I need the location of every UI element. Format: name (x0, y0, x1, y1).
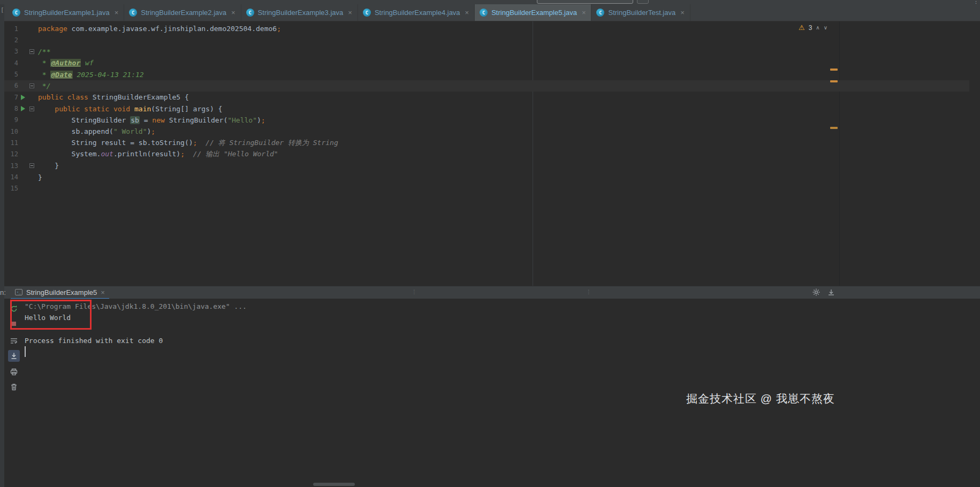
code-line: 15 (4, 183, 969, 194)
line-number: 12 (4, 150, 18, 158)
code-text: */ (35, 82, 50, 90)
horizontal-scrollbar-thumb[interactable] (313, 483, 355, 486)
java-class-icon: C (246, 9, 254, 17)
editor-tab[interactable]: CStringBuilderExample2.java× (124, 4, 241, 21)
tab-close-icon[interactable]: × (464, 9, 469, 16)
scroll-to-end-icon[interactable] (8, 350, 20, 362)
run-tab-close-icon[interactable]: × (101, 288, 105, 296)
code-text: package com.example.javase.wf.jinshiplan… (35, 25, 281, 33)
run-tab[interactable]: ›_ StringBuilderExample5 × (11, 286, 109, 299)
gutter-run-column (18, 106, 28, 111)
run-line-icon[interactable] (21, 106, 25, 111)
inspections-widget[interactable]: ⚠ 3 ∧ ∨ (799, 24, 827, 32)
tab-close-icon[interactable]: × (230, 9, 235, 16)
error-stripe-mark[interactable] (830, 69, 838, 71)
editor-tab[interactable]: CStringBuilderTest.java× (591, 4, 690, 21)
annotation-red-box (10, 300, 92, 330)
code-token: // 输出 "Hello World" (185, 150, 278, 158)
clear-all-icon[interactable] (8, 381, 20, 393)
code-token: " World" (113, 127, 147, 135)
code-token: com.example.javase.wf.jinshiplan.demo202… (67, 25, 277, 33)
watermark-text: 掘金技术社区 @ 我崽不熬夜 (686, 391, 835, 406)
fold-marker-icon[interactable] (29, 106, 34, 111)
tab-label: StringBuilderExample2.java (141, 9, 226, 17)
toolbar-button-partial[interactable] (637, 0, 649, 4)
editor-tab[interactable]: CStringBuilderExample4.java× (358, 4, 475, 21)
code-token: StringBuilderExample5 { (88, 93, 189, 101)
code-token: System. (38, 150, 101, 158)
warning-icon[interactable]: ⚠ (799, 24, 805, 32)
line-number: 15 (4, 185, 18, 192)
editor-tab[interactable]: CStringBuilderExample3.java× (241, 4, 358, 21)
run-config-dropdown-partial[interactable] (537, 0, 633, 4)
code-text: } (35, 162, 59, 170)
tool-stripe-glyph: [ (1, 6, 4, 13)
gutter-fold-column (28, 83, 35, 88)
code-line: 2 (4, 34, 969, 45)
console-line (25, 324, 975, 335)
java-class-icon: C (596, 9, 604, 17)
code-token: } (38, 173, 42, 181)
print-icon[interactable] (8, 366, 20, 378)
chevron-up-icon[interactable]: ∧ (816, 25, 819, 31)
code-token: (String[] args) { (151, 105, 222, 113)
tab-close-icon[interactable]: × (113, 9, 119, 16)
line-number: 13 (4, 162, 18, 170)
line-number: 2 (4, 36, 18, 44)
code-line: 11 String result = sb.toString(); // 将 S… (4, 137, 969, 148)
fold-marker-icon[interactable] (29, 83, 34, 88)
header-drag-handle[interactable]: ⁞ (588, 288, 589, 296)
code-line: 4 * @Author wf (4, 57, 969, 69)
code-token: */ (38, 82, 50, 90)
error-stripe-mark[interactable] (830, 127, 838, 129)
code-text: } (35, 173, 42, 181)
console-line: Process finished with exit code 0 (25, 335, 975, 346)
fold-marker-icon[interactable] (29, 163, 34, 168)
code-token: * (38, 59, 50, 67)
line-number: 7 (4, 94, 18, 101)
code-token: ) (257, 116, 261, 124)
editor[interactable]: 1package com.example.javase.wf.jinshipla… (4, 21, 980, 286)
code-text: sb.append(" World"); (35, 127, 155, 135)
line-number: 11 (4, 139, 18, 147)
error-stripe-mark[interactable] (830, 80, 838, 82)
code-line: 13 } (4, 160, 969, 171)
line-number: 14 (4, 173, 18, 181)
settings-gear-icon[interactable] (811, 287, 821, 297)
header-drag-handle[interactable]: ⁞ (413, 288, 414, 296)
code-line: 7public class StringBuilderExample5 { (4, 92, 969, 103)
code-token: } (38, 162, 59, 170)
code-line: 6 */ (4, 80, 969, 92)
tab-close-icon[interactable]: × (347, 9, 352, 16)
code-token: * (38, 71, 50, 79)
code-token: = (140, 116, 152, 124)
code-token: wf (81, 59, 93, 67)
line-number: 6 (4, 82, 18, 89)
console-line: Hello World (25, 312, 975, 323)
gutter-fold-column (28, 106, 35, 111)
console-output: "C:\Program Files\Java\jdk1.8.0_201\bin\… (25, 301, 975, 346)
code-token: /** (38, 48, 50, 56)
hide-toolwindow-icon[interactable] (826, 287, 836, 297)
tab-close-icon[interactable]: × (581, 9, 586, 16)
code-token: ; (277, 25, 281, 33)
editor-tab[interactable]: CStringBuilderExample5.java× (475, 4, 591, 21)
fold-marker-icon[interactable] (29, 49, 34, 54)
code-text: * @Author wf (35, 59, 94, 67)
line-number: 10 (4, 128, 18, 135)
run-line-icon[interactable] (21, 95, 25, 100)
run-toolwindow-label-cut: n: (0, 288, 6, 296)
code-token: main (134, 105, 151, 113)
editor-tab[interactable]: CStringBuilderExample1.java× (7, 4, 124, 21)
tab-close-icon[interactable]: × (679, 9, 685, 16)
soft-wrap-icon[interactable] (8, 335, 20, 347)
code-line: 14} (4, 171, 969, 182)
java-class-icon: C (480, 9, 488, 17)
code-token: sb (130, 116, 140, 124)
java-class-icon: C (363, 9, 371, 17)
tab-label: StringBuilderExample5.java (491, 9, 577, 17)
line-number: 3 (4, 48, 18, 55)
chevron-down-icon[interactable]: ∨ (824, 25, 827, 31)
line-number: 4 (4, 59, 18, 67)
warning-count: 3 (809, 24, 812, 32)
